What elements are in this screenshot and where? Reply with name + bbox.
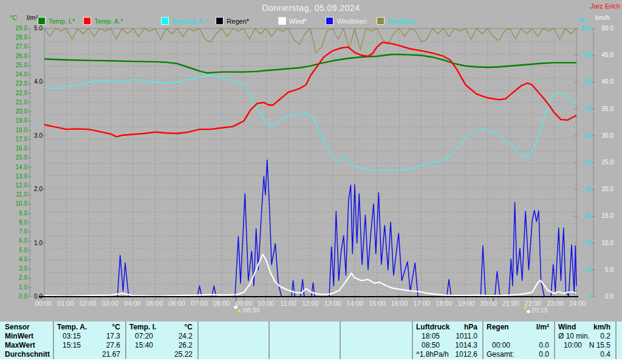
legend-item-empfang: Empfang — [377, 17, 414, 25]
table-row: Gesamt:0.0 — [484, 349, 554, 359]
temp-axis-tick-label: 18.0 — [4, 127, 27, 133]
table-row: 03:1517.3 — [54, 331, 125, 340]
table-row: 10:00N 15.5 — [555, 340, 615, 349]
table-column-unit: °C — [185, 323, 197, 331]
temp-axis-tick-label: 11.0 — [4, 191, 27, 198]
temp-axis-tick-label: 3.0 — [4, 265, 27, 272]
temp-axis-tick-label: 24.0 — [4, 71, 27, 78]
time-axis-tick-label: 00:00 — [32, 300, 55, 307]
time-axis-tick-label: 02:00 — [77, 300, 99, 307]
table-cell-value: 0.4 — [600, 350, 615, 359]
temp-axis-tick-label: 13.0 — [4, 173, 27, 180]
table-row-header: MaxWert — [0, 340, 53, 349]
legend-swatch-temp-i — [38, 17, 46, 25]
table-column-header-row: Temp. I.°C — [126, 322, 197, 331]
time-axis-tick-label: 12:00 — [299, 300, 322, 307]
table-cell-value: 26.2 — [179, 341, 197, 349]
legend-label: Temp. A.* — [94, 18, 123, 25]
wind-axis-tick-label: 10.0 — [595, 240, 613, 246]
weather-station-window: { "header": { "title": "Donnerstag, 05.0… — [0, 0, 622, 364]
legend: Temp. I.*Temp. A.*Feuchte A.*Regen*Wind*… — [38, 17, 414, 25]
table-column-unit: l/m² — [536, 323, 554, 331]
table-row: 08:501014.3 — [413, 340, 482, 349]
table-row — [484, 331, 554, 340]
table-cell-label: 10:00 — [555, 341, 582, 349]
table-column-luftdruck: LuftdruckhPa18:051011.008:501014.3^1.8hP… — [412, 322, 482, 359]
table-column-empty — [268, 322, 340, 359]
time-axis-tick-label: 04:00 — [121, 300, 144, 307]
bottom-strip — [0, 359, 622, 364]
table-cell-value: 24.2 — [179, 332, 197, 340]
sensor-stats-table: SensorMinWertMaxWertDurchschnittTemp. A.… — [0, 322, 622, 359]
table-cell-value: 17.3 — [106, 332, 125, 340]
time-axis-tick-label: 05:00 — [143, 300, 166, 307]
rain-axis-tick-label: 0.0 — [30, 293, 43, 300]
temp-axis-tick-label: 0.0 — [4, 293, 27, 300]
temp-axis-tick-label: 21.0 — [4, 99, 27, 106]
rain-axis-tick-label: 4.0 — [30, 78, 43, 85]
humidity-axis-tick-label: 60 — [579, 132, 591, 139]
legend-item-temp-a: Temp. A.* — [83, 17, 123, 25]
temp-axis-tick-label: 4.0 — [4, 256, 27, 263]
time-axis-tick-label: 01:00 — [55, 300, 77, 307]
temp-axis-tick-label: 12.0 — [4, 182, 27, 189]
temp-axis-tick-label: 17.0 — [4, 136, 27, 143]
table-column-wind: Windkm/hØ 10 min.0.210:00N 15.50.4 — [554, 322, 615, 359]
table-row: 0.4 — [555, 349, 615, 359]
humidity-axis-tick-label: 40 — [579, 186, 591, 192]
legend-label: Empfang — [388, 18, 414, 25]
wind-axis-tick-label: 5.0 — [595, 266, 613, 273]
moonrise-icon: ▲ — [234, 306, 242, 314]
table-column-header-row: Regenl/m² — [484, 322, 554, 331]
wind-axis-tick-label: 45.0 — [595, 52, 613, 58]
time-axis-tick-label: 14:00 — [344, 300, 366, 307]
time-axis-tick-label: 03:00 — [99, 300, 121, 307]
temp-axis-tick-label: 19.0 — [4, 117, 27, 124]
table-row — [341, 349, 412, 359]
table-row — [341, 331, 412, 340]
time-axis-tick-label: 20:00 — [477, 300, 500, 307]
table-row: 00:000.0 — [484, 340, 554, 349]
table-cell-label: 07:20 — [126, 332, 153, 340]
table-row: 25.22 — [126, 349, 197, 359]
humidity-axis-tick-label: 70 — [579, 106, 591, 112]
table-column-unit: km/h — [593, 323, 615, 331]
time-axis-labels: 00:0001:0002:0003:0004:0005:0006:0007:00… — [32, 300, 589, 307]
humidity-axis-ticks: 1009080706050403020100 — [579, 25, 591, 300]
humidity-axis-tick-label: 0 — [579, 293, 591, 300]
time-axis-tick-label: 21:00 — [499, 300, 522, 307]
temp-axis-tick-label: 27.0 — [4, 43, 27, 50]
table-cell-label: 15:40 — [126, 341, 153, 349]
temp-axis-tick-label: 7.0 — [4, 228, 27, 235]
table-cell-value: 1014.3 — [455, 341, 482, 349]
table-cell-value: 0.0 — [539, 350, 554, 359]
series-line-temp-i — [44, 55, 576, 73]
wind-axis-tick-label: 0.0 — [595, 293, 613, 300]
arrow-glyph: ▼ — [522, 306, 528, 311]
table-column-title: Temp. A. — [54, 323, 87, 331]
temp-axis-tick-label: 16.0 — [4, 145, 27, 152]
temp-axis-tick-label: 29.0 — [4, 25, 27, 32]
table-column-title: Temp. I. — [126, 323, 156, 331]
series-line-empfang — [44, 29, 576, 53]
wind-axis-tick-label: 30.0 — [595, 132, 613, 139]
rain-axis-tick-label: 2.0 — [30, 186, 43, 192]
watermark-author: Jarz Erich — [590, 2, 620, 10]
table-row-header-label: MinWert — [0, 332, 33, 340]
arrow-glyph: ▲ — [236, 308, 242, 313]
temp-axis-tick-label: 20.0 — [4, 108, 27, 115]
table-row: 21.67 — [54, 349, 125, 359]
time-axis-tick-label: 18:00 — [433, 300, 456, 307]
temp-axis-tick-label: 6.0 — [4, 237, 27, 244]
time-axis-tick-label: 08:00 — [210, 300, 233, 307]
table-column-empty — [197, 322, 268, 359]
series-line-temp-a — [44, 42, 576, 136]
wind-axis-tick-label: 35.0 — [595, 106, 613, 112]
table-cell-value: N 15.5 — [589, 341, 615, 349]
legend-label: Feuchte A.* — [172, 18, 207, 25]
table-column-unit: °C — [112, 323, 125, 331]
table-column-header-row: Windkm/h — [555, 322, 615, 331]
time-axis-tick-label: 17:00 — [411, 300, 433, 307]
humidity-axis-tick-label: 90 — [579, 52, 591, 58]
rain-axis-tick-label: 1.0 — [30, 240, 43, 246]
